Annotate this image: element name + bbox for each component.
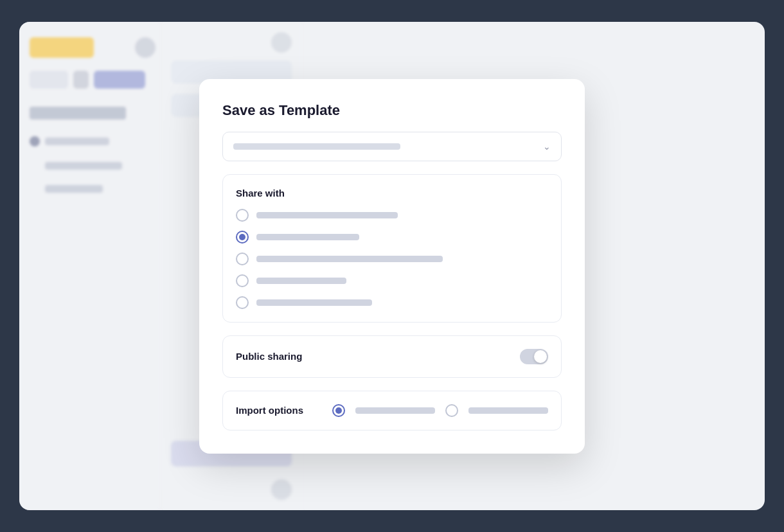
- public-sharing-toggle[interactable]: [520, 349, 548, 364]
- import-radio-unselected[interactable]: [445, 404, 458, 417]
- share-option-2[interactable]: [236, 231, 548, 244]
- dropdown-placeholder: [233, 143, 400, 150]
- share-label-bar-4: [256, 278, 346, 284]
- import-options-label: Import options: [236, 405, 319, 416]
- modal-title: Save as Template: [222, 102, 562, 119]
- share-option-5[interactable]: [236, 296, 548, 309]
- radio-unselected-4: [236, 274, 249, 287]
- import-bar-2: [468, 407, 548, 414]
- save-template-modal: Save as Template ⌄ Share with: [199, 79, 585, 454]
- share-option-4[interactable]: [236, 274, 548, 287]
- public-sharing-label: Public sharing: [236, 351, 302, 362]
- share-label-bar-5: [256, 299, 372, 306]
- modal-overlay: Save as Template ⌄ Share with: [19, 22, 765, 510]
- share-label-bar-2: [256, 234, 359, 240]
- import-options-section: Import options: [222, 391, 562, 430]
- radio-unselected-3: [236, 253, 249, 265]
- import-options-row: [332, 404, 548, 417]
- public-sharing-section: Public sharing: [222, 335, 562, 378]
- chevron-down-icon: ⌄: [543, 141, 551, 152]
- share-with-section: Share with: [222, 174, 562, 323]
- share-label-bar-1: [256, 212, 398, 218]
- template-type-dropdown[interactable]: ⌄: [222, 132, 562, 161]
- share-option-1[interactable]: [236, 209, 548, 222]
- import-radio-selected[interactable]: [332, 404, 345, 417]
- share-with-label: Share with: [236, 188, 548, 199]
- share-with-options: [236, 209, 548, 309]
- radio-selected-2: [236, 231, 249, 244]
- share-label-bar-3: [256, 256, 443, 262]
- radio-unselected-5: [236, 296, 249, 309]
- share-option-3[interactable]: [236, 253, 548, 265]
- radio-unselected-1: [236, 209, 249, 222]
- import-bar-1: [355, 407, 435, 414]
- app-window: Save as Template ⌄ Share with: [19, 22, 765, 510]
